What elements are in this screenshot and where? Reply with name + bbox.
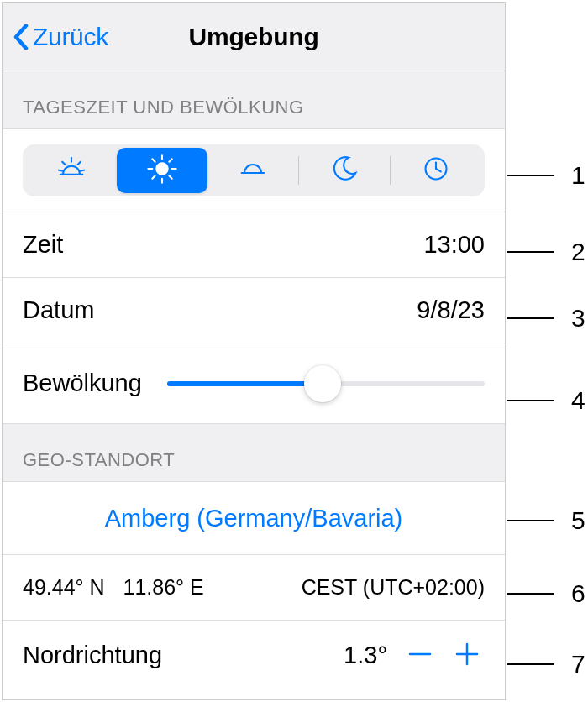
svg-line-11 bbox=[152, 159, 155, 161]
north-value: 1.3° bbox=[344, 642, 387, 669]
svg-point-6 bbox=[156, 163, 167, 174]
latitude-value: 49.44° N bbox=[23, 575, 105, 600]
time-value: 13:00 bbox=[423, 231, 485, 259]
chevron-left-icon bbox=[13, 23, 29, 51]
svg-line-3 bbox=[78, 162, 81, 165]
svg-line-13 bbox=[152, 176, 155, 178]
location-label: Amberg (Germany/Bavaria) bbox=[105, 505, 403, 532]
page-title: Umgebung bbox=[188, 23, 318, 51]
svg-line-12 bbox=[169, 176, 171, 178]
clock-icon bbox=[419, 152, 453, 189]
callout-number: 7 bbox=[571, 650, 585, 678]
sunset-icon bbox=[236, 152, 270, 189]
callout-number: 1 bbox=[571, 161, 585, 190]
clouds-label: Bewölkung bbox=[23, 369, 142, 397]
slider-thumb[interactable] bbox=[304, 365, 341, 402]
slider-fill bbox=[167, 381, 323, 386]
time-label: Zeit bbox=[23, 231, 63, 259]
segment-custom-time[interactable] bbox=[391, 148, 481, 193]
increment-button[interactable] bbox=[449, 638, 485, 673]
sun-icon bbox=[145, 152, 179, 189]
settings-panel: Zurück Umgebung TAGESZEIT UND BEWÖLKUNG bbox=[2, 2, 506, 700]
callout-number: 3 bbox=[571, 304, 585, 333]
time-of-day-segments bbox=[23, 144, 485, 196]
date-value: 9/8/23 bbox=[417, 296, 485, 324]
svg-line-2 bbox=[62, 162, 65, 165]
segment-sunset[interactable] bbox=[207, 148, 298, 193]
segment-sunrise[interactable] bbox=[26, 148, 117, 193]
svg-line-5 bbox=[81, 170, 84, 171]
navigation-bar: Zurück Umgebung bbox=[3, 3, 505, 71]
decrement-button[interactable] bbox=[402, 638, 438, 673]
plus-icon bbox=[452, 639, 482, 673]
clouds-row: Bewölkung bbox=[3, 343, 505, 423]
north-stepper bbox=[402, 638, 485, 673]
north-direction-row: Nordrichtung 1.3° bbox=[3, 620, 505, 690]
north-label: Nordrichtung bbox=[23, 642, 162, 669]
minus-icon bbox=[405, 639, 435, 673]
location-button[interactable]: Amberg (Germany/Bavaria) bbox=[3, 482, 505, 554]
back-label: Zurück bbox=[33, 23, 108, 51]
moon-icon bbox=[328, 152, 361, 189]
callout-number: 6 bbox=[571, 579, 585, 608]
date-row[interactable]: Datum 9/8/23 bbox=[3, 277, 505, 343]
timezone-value: CEST (UTC+02:00) bbox=[302, 575, 485, 600]
longitude-value: 11.86° E bbox=[123, 575, 204, 600]
segment-day[interactable] bbox=[117, 148, 207, 193]
section-header-time-clouds: TAGESZEIT UND BEWÖLKUNG bbox=[3, 71, 505, 129]
callout-number: 4 bbox=[571, 386, 585, 415]
date-label: Datum bbox=[23, 296, 94, 324]
callout-number: 2 bbox=[571, 238, 585, 266]
sunrise-icon bbox=[55, 152, 88, 189]
svg-line-4 bbox=[59, 170, 62, 171]
back-button[interactable]: Zurück bbox=[13, 23, 108, 51]
time-row[interactable]: Zeit 13:00 bbox=[3, 212, 505, 277]
callout-number: 5 bbox=[571, 506, 585, 535]
coordinates-row: 49.44° N 11.86° E CEST (UTC+02:00) bbox=[3, 554, 505, 620]
section-header-geo: GEO-STANDORT bbox=[3, 423, 505, 482]
clouds-slider[interactable] bbox=[167, 365, 485, 402]
segment-night[interactable] bbox=[299, 148, 390, 193]
svg-line-14 bbox=[169, 159, 171, 161]
svg-line-18 bbox=[436, 169, 441, 171]
